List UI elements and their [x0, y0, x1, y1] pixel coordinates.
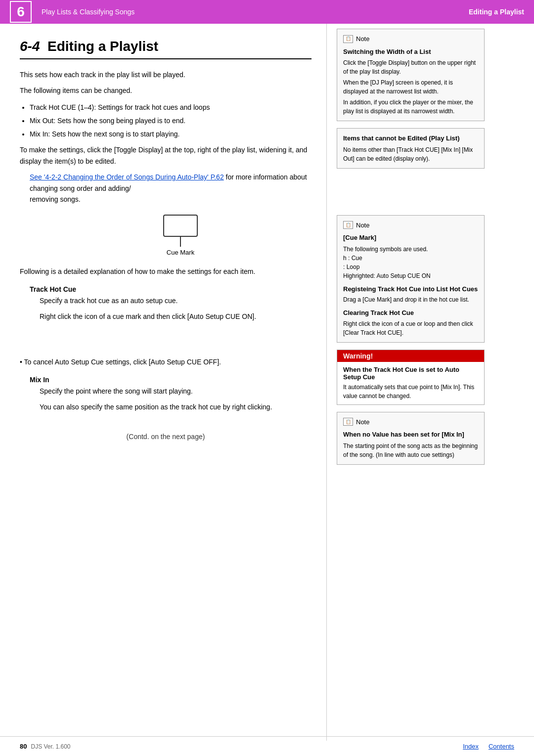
- footer-contents-link[interactable]: Contents: [489, 743, 514, 750]
- note1-text3: In addition, if you click the player or …: [343, 98, 478, 116]
- bullet-item-2: Mix Out: Sets how the song being played …: [30, 115, 312, 127]
- sidebar-note-3: 📋 Note When no Value has been set for [M…: [337, 412, 485, 465]
- detailed-explanation: Following is a detailed explanation of h…: [20, 266, 312, 277]
- track-hot-cue-heading: Track Hot Cue: [30, 285, 312, 293]
- sidebar-note-1: 📋 Note Switching the Width of a List Cli…: [337, 29, 485, 121]
- footer-links: Index Contents: [463, 743, 514, 750]
- note1-heading: Switching the Width of a List: [343, 47, 478, 57]
- cue-mark-stem: [180, 237, 181, 247]
- warning-heading: When the Track Hot Cue is set to Auto Se…: [343, 366, 478, 381]
- note2-highlighted: Highrighted: Auto Setup CUE ON: [343, 271, 478, 280]
- items-cannot-edit-heading: Items that cannot be Edited (Play List): [343, 133, 478, 143]
- note3-header: 📋 Note: [343, 417, 478, 427]
- note1-icon: 📋: [343, 35, 353, 43]
- chapter-number: 6: [10, 1, 32, 23]
- spacer-sidebar-2: [337, 185, 485, 195]
- right-sidebar: 📋 Note Switching the Width of a List Cli…: [326, 24, 494, 741]
- note1-text2: When the [DJ Play] screen is opened, it …: [343, 78, 478, 96]
- spacer-1: [20, 327, 312, 356]
- footer: 80 DJS Ver. 1.600 Index Contents: [0, 736, 534, 756]
- cue-mark-area: Cue Mark: [49, 215, 312, 256]
- items-cannot-edit-text: No items other than [Track Hot CUE] [Mix…: [343, 145, 478, 163]
- page-title-prefix: 6-4: [20, 39, 40, 54]
- note2-clearing-text: Right click the icon of a cue or loop an…: [343, 319, 478, 337]
- spacer-sidebar-1: [337, 176, 485, 185]
- note2-icon: 📋: [343, 221, 353, 229]
- bullet-item-3: Mix In: Sets how the next song is to sta…: [30, 128, 312, 140]
- sidebar-note-2: 📋 Note [Cue Mark] The following symbols …: [337, 215, 485, 343]
- note3-text: The starting point of the song acts as t…: [343, 442, 478, 459]
- warning-box: Warning! When the Track Hot Cue is set t…: [337, 350, 485, 405]
- note3-icon: 📋: [343, 418, 353, 426]
- note1-header: 📋 Note: [343, 34, 478, 44]
- note1-label: Note: [356, 34, 369, 44]
- spacer-sidebar-3: [337, 195, 485, 205]
- warning-header: Warning!: [337, 350, 484, 362]
- note2-cue-mark-heading: [Cue Mark]: [343, 233, 478, 243]
- header-title-right: Editing a Playlist: [469, 8, 524, 16]
- intro-text-2: The following items can be changed.: [20, 85, 312, 96]
- contd-text: (Contd. on the next page): [20, 433, 312, 441]
- toggle-display-text: To make the settings, click the [Toggle …: [20, 144, 312, 167]
- mix-in-text2: You can also specify the same position a…: [40, 401, 312, 412]
- see-link[interactable]: See '4-2-2 Changing the Order of Songs D…: [30, 173, 224, 181]
- note2-loop-symbol: : Loop: [343, 263, 478, 271]
- footer-page-number: 80: [20, 743, 27, 750]
- main-container: 6-4 Editing a Playlist This sets how eac…: [0, 24, 534, 741]
- cue-mark-label: Cue Mark: [167, 249, 194, 256]
- bullet-list: Track Hot CUE (1–4): Settings for track …: [30, 101, 312, 141]
- note1-text1: Click the [Toggle Display] button on the…: [343, 58, 478, 76]
- note2-registering-heading: Registeing Track Hot Cue into List Hot C…: [343, 284, 478, 294]
- track-hot-cue-text1: Specify a track hot cue as an auto setup…: [40, 295, 312, 306]
- spacer-sidebar-4: [337, 205, 485, 215]
- note3-heading: When no Value has been set for [Mix In]: [343, 430, 478, 440]
- note2-header: 📋 Note: [343, 221, 478, 230]
- track-hot-cue-text2: Right click the icon of a cue mark and t…: [40, 311, 312, 322]
- note2-clearing-heading: Clearing Track Hot Cue: [343, 308, 478, 318]
- left-content: 6-4 Editing a Playlist This sets how eac…: [0, 24, 326, 741]
- note2-label: Note: [356, 221, 369, 230]
- see-link-area: See '4-2-2 Changing the Order of Songs D…: [30, 172, 312, 205]
- page-title-text: Editing a Playlist: [47, 39, 158, 54]
- mix-in-text1: Specify the point where the song will st…: [40, 386, 312, 397]
- cue-mark-icon: [163, 215, 198, 237]
- sidebar-items-cannot-edit: Items that cannot be Edited (Play List) …: [337, 128, 485, 169]
- header-bar: 6 Play Lists & Classifying Songs Editing…: [0, 0, 534, 24]
- mix-in-heading: Mix In: [30, 376, 312, 384]
- warning-content: When the Track Hot Cue is set to Auto Se…: [337, 362, 484, 404]
- warning-text: It automatically sets that cue point to …: [343, 383, 478, 400]
- page-title: 6-4 Editing a Playlist: [20, 39, 312, 59]
- footer-version: DJS Ver. 1.600: [31, 743, 70, 750]
- note3-label: Note: [356, 417, 369, 427]
- note2-registering-text: Drag a [Cue Mark] and drop it in the hot…: [343, 295, 478, 304]
- footer-index-link[interactable]: Index: [463, 743, 479, 750]
- note2-cue-mark-text: The following symbols are used.: [343, 245, 478, 254]
- intro-text-1: This sets how each track in the play lis…: [20, 69, 312, 80]
- auto-setup-cancel: • To cancel Auto Setup Cue settings, cli…: [20, 356, 312, 367]
- bullet-item-1: Track Hot CUE (1–4): Settings for track …: [30, 101, 312, 114]
- note2-cue-symbol: h : Cue: [343, 254, 478, 263]
- header-subtitle: Play Lists & Classifying Songs: [42, 8, 134, 16]
